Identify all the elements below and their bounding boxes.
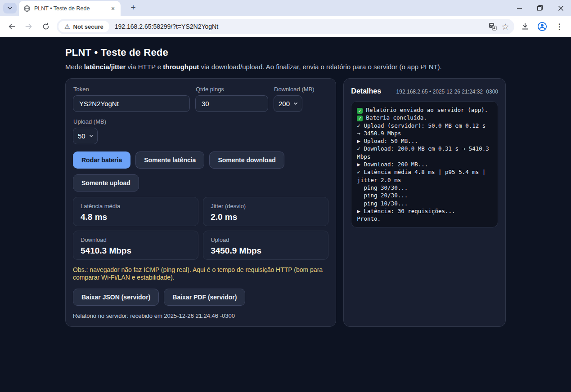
download-stat-label: Download (81, 236, 191, 243)
upload-size-group: Upload (MB) 50 (73, 118, 328, 144)
close-icon (558, 6, 563, 11)
page-subtitle: Mede latência/jitter via HTTP e throughp… (65, 63, 506, 71)
translate-button[interactable] (486, 20, 499, 33)
tab-title: PLNT • Teste de Rede (34, 5, 109, 12)
tab-close-icon[interactable]: × (109, 4, 117, 13)
minimize-icon (517, 6, 522, 11)
latency-stat-label: Latência média (81, 203, 191, 209)
security-label: Not secure (73, 23, 103, 30)
log-line: ✓ Upload (servidor): 50.0 MB em 0.12 s →… (357, 122, 492, 138)
log-line: ✓Relatório enviado ao servidor (app). (357, 106, 492, 114)
log-line: ▶ Upload: 50 MB... (357, 137, 492, 145)
menu-button[interactable]: ⋮ (552, 19, 567, 34)
profile-button[interactable] (535, 19, 550, 34)
log-line: ✓ Latência média 4.8 ms | p95 5.4 ms | j… (357, 168, 492, 184)
run-battery-button[interactable]: Rodar bateria (73, 151, 130, 169)
token-input[interactable] (73, 95, 190, 112)
forward-arrow-icon (25, 22, 33, 31)
restore-button[interactable] (530, 0, 550, 16)
address-bar[interactable]: ⚠ Not secure 192.168.2.65:58299/?t=YS2N2… (57, 19, 514, 34)
downloads-button[interactable] (517, 19, 533, 34)
download-size-label: Download (MB) (274, 86, 315, 93)
back-arrow-icon (8, 22, 16, 31)
details-title: Detalhes (351, 87, 381, 95)
forward-button[interactable] (21, 19, 36, 34)
jitter-stat-label: Jitter (desvio) (211, 203, 321, 209)
only-download-button[interactable]: Somente download (209, 151, 284, 169)
check-emoji-icon: ✓ (357, 108, 363, 114)
tab-search-button[interactable] (3, 3, 17, 13)
download-pdf-button[interactable]: Baixar PDF (servidor) (164, 289, 245, 306)
url-text[interactable]: 192.168.2.65:58299/?t=YS2N2YogNt (115, 23, 486, 30)
chevron-down-icon (294, 102, 297, 105)
check-emoji-icon: ✓ (357, 116, 363, 121)
download-size-group: Download (MB) 200 (274, 86, 315, 112)
icmp-note: Obs.: navegador não faz ICMP (ping real)… (73, 266, 328, 281)
download-stat-value: 5410.3 Mbps (81, 246, 191, 256)
upload-stat-card: Upload 3450.9 Mbps (203, 231, 328, 260)
log-line: ✓Bateria concluída. (357, 114, 492, 121)
token-label: Token (73, 86, 190, 93)
reload-button[interactable] (38, 19, 54, 34)
browser-window: PLNT • Teste de Rede × + (0, 0, 571, 392)
translate-icon (489, 22, 497, 31)
site-security-chip[interactable]: ⚠ Not secure (58, 21, 109, 32)
upload-size-select[interactable]: 50 (73, 128, 98, 144)
upload-stat-value: 3450.9 Mbps (211, 246, 321, 256)
globe-favicon-icon (23, 5, 31, 12)
details-meta: 192.168.2.65 • 2025-12-26 21:24:32 -0300 (396, 89, 498, 95)
bookmark-star-button[interactable]: ☆ (499, 20, 512, 33)
new-tab-button[interactable]: + (128, 2, 139, 13)
tab-strip: PLNT • Teste de Rede × + (0, 0, 571, 16)
warning-icon: ⚠ (64, 23, 70, 30)
download-icon (521, 22, 529, 31)
back-button[interactable] (4, 19, 19, 34)
log-output[interactable]: ✓Relatório enviado ao servidor (app). ✓B… (351, 101, 498, 227)
pings-label: Qtde pings (196, 86, 268, 93)
log-line: ▶ Latência: 30 requisições... (357, 207, 492, 215)
upload-stat-label: Upload (211, 236, 321, 243)
reload-icon (42, 22, 50, 31)
window-controls (509, 0, 571, 16)
three-dot-menu-icon: ⋮ (556, 23, 563, 31)
chevron-down-icon (7, 5, 13, 11)
test-panel: Token Qtde pings Download (MB) 200 (65, 78, 336, 327)
page-content: PLNT • Teste de Rede Mede latência/jitte… (0, 37, 571, 392)
close-window-button[interactable] (550, 0, 571, 16)
details-panel: Detalhes 192.168.2.65 • 2025-12-26 21:24… (343, 78, 506, 327)
latency-stat-value: 4.8 ms (81, 212, 191, 222)
restore-icon (537, 5, 543, 11)
log-line: ping 20/30... (357, 192, 492, 199)
only-upload-button[interactable]: Somente upload (73, 174, 139, 192)
download-stat-card: Download 5410.3 Mbps (73, 231, 198, 260)
download-size-select[interactable]: 200 (274, 95, 302, 112)
jitter-stat-card: Jitter (desvio) 2.0 ms (203, 197, 328, 226)
pings-input[interactable] (195, 95, 268, 112)
log-line: ▶ Download: 200 MB... (357, 160, 492, 168)
download-json-button[interactable]: Baixar JSON (servidor) (73, 289, 159, 306)
token-field-group: Token (73, 86, 190, 112)
minimize-button[interactable] (509, 0, 530, 16)
log-line: ping 10/30... (357, 200, 492, 207)
latency-stat-card: Latência média 4.8 ms (73, 197, 198, 226)
star-icon: ☆ (501, 22, 509, 31)
chevron-down-icon (90, 134, 93, 138)
upload-size-label: Upload (MB) (73, 118, 328, 125)
log-line: ✓ Download: 200.0 MB em 0.31 s → 5410.3 … (357, 145, 492, 160)
jitter-stat-value: 2.0 ms (211, 212, 321, 222)
browser-toolbar: ⚠ Not secure 192.168.2.65:58299/?t=YS2N2… (0, 16, 571, 37)
pings-field-group: Qtde pings (195, 86, 268, 112)
only-latency-button[interactable]: Somente latência (135, 151, 204, 169)
server-report-status: Relatório no servidor: recebido em 2025-… (73, 312, 328, 319)
browser-tab[interactable]: PLNT • Teste de Rede × (19, 1, 121, 16)
log-line: ping 30/30... (357, 184, 492, 192)
log-line: Pronto. (357, 215, 492, 223)
profile-avatar-icon (537, 22, 547, 31)
page-title: PLNT • Teste de Rede (65, 47, 506, 58)
